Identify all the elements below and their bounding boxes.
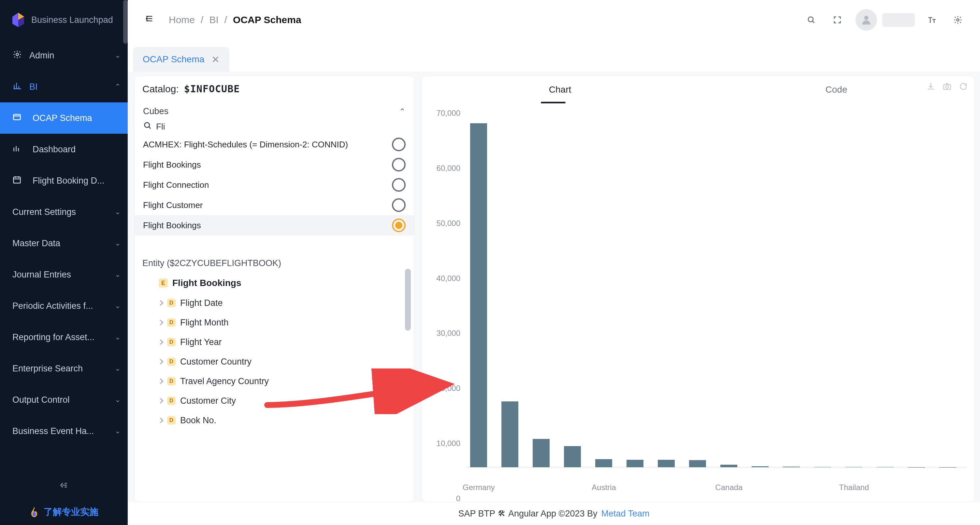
menu-toggle-icon[interactable]: [145, 14, 154, 26]
entity-header: Entity ($2CZYCUBEFLIGHTBOOK): [142, 258, 411, 268]
tree-dimension[interactable]: DCustomer City: [142, 391, 411, 410]
sidebar-item-journal-entries[interactable]: Journal Entries ⌄: [0, 259, 128, 290]
cube-search-input[interactable]: [156, 121, 254, 132]
bar-chart-icon: [13, 144, 22, 155]
download-icon[interactable]: [926, 82, 935, 93]
sidebar-item-bi[interactable]: BI ⌃: [0, 71, 128, 102]
chart-code-tabs: Chart Code: [422, 76, 974, 104]
sidebar-item-periodic-activities[interactable]: Periodic Activities f... ⌄: [0, 290, 128, 322]
cube-item[interactable]: Flight Customer: [135, 195, 414, 215]
chart-bar[interactable]: [658, 460, 675, 467]
svg-rect-1: [14, 115, 21, 120]
close-icon[interactable]: ✕: [212, 54, 220, 65]
scrollbar-thumb[interactable]: [405, 269, 411, 331]
cubes-section-header[interactable]: Cubes ⌃: [135, 99, 414, 120]
sidebar-item-reporting-asset[interactable]: Reporting for Asset... ⌄: [0, 322, 128, 353]
cube-item-label: Flight Bookings: [143, 160, 201, 170]
tab-chart[interactable]: Chart: [422, 85, 698, 95]
workspace-tabstrip: OCAP Schema ✕: [128, 40, 980, 72]
text-size-button[interactable]: [923, 11, 941, 29]
refresh-icon[interactable]: [959, 82, 968, 93]
brand-name: Business Launchpad: [31, 15, 113, 25]
radio-icon[interactable]: [392, 137, 406, 151]
chart-bar[interactable]: [752, 466, 769, 467]
chevron-up-icon: ⌃: [115, 83, 121, 91]
main-area: Home / BI / OCAP Schema: [128, 0, 980, 525]
entity-section: Entity ($2CZYCUBEFLIGHTBOOK) E Flight Bo…: [135, 258, 414, 500]
sidebar-bottom-link[interactable]: 了解专业实施: [0, 499, 128, 525]
sidebar-item-business-event[interactable]: Business Event Ha... ⌄: [0, 415, 128, 447]
chart-bar[interactable]: [783, 467, 800, 467]
caret-right-icon: [158, 418, 164, 423]
chevron-down-icon: ⌄: [115, 396, 121, 404]
cube-item[interactable]: ACMHEX: Flight-Schedules (= Dimension-2:…: [135, 134, 414, 155]
cube-item-label: Flight Customer: [143, 200, 203, 210]
workspace-tab-ocap-schema[interactable]: OCAP Schema ✕: [133, 47, 229, 72]
crumb-home[interactable]: Home: [169, 14, 195, 26]
sidebar-item-current-settings[interactable]: Current Settings ⌄: [0, 196, 128, 228]
tree-dimension[interactable]: DCustomer Country: [142, 352, 411, 372]
catalog-label: Catalog:: [142, 83, 179, 94]
sidebar-item-flight-booking[interactable]: Flight Booking D...: [0, 165, 128, 196]
chevron-down-icon: ⌄: [115, 302, 121, 310]
svg-point-6: [145, 123, 150, 128]
tree-root-flight-bookings[interactable]: E Flight Bookings: [142, 273, 411, 293]
schema-panel: Catalog: $INFOCUBE Cubes ⌃ ACMHEX: Fligh…: [134, 76, 414, 502]
radio-icon[interactable]: [392, 158, 406, 172]
chevron-down-icon: ⌄: [115, 364, 121, 373]
cube-item[interactable]: Flight Bookings: [135, 215, 414, 235]
sidebar-item-master-data[interactable]: Master Data ⌄: [0, 228, 128, 259]
footer-link-metad[interactable]: Metad Team: [601, 509, 650, 519]
footer: SAP BTP 🛠 Angular App ©2023 By Metad Tea…: [128, 502, 980, 525]
search-button[interactable]: [802, 11, 820, 29]
tree-dimension[interactable]: DBook No.: [142, 410, 411, 430]
chevron-down-icon: ⌄: [115, 427, 121, 435]
crumb-bi[interactable]: BI: [209, 14, 218, 26]
dimension-badge-icon: D: [167, 377, 176, 385]
camera-icon[interactable]: [943, 82, 951, 93]
cube-item-label: ACMHEX: Flight-Schedules (= Dimension-2:…: [143, 140, 348, 150]
topbar: Home / BI / OCAP Schema: [128, 0, 980, 40]
avatar[interactable]: [856, 9, 877, 31]
scrollbar-thumb[interactable]: [123, 0, 128, 44]
chart-bar[interactable]: [501, 401, 519, 467]
sidebar-item-admin[interactable]: Admin ⌄: [0, 40, 128, 71]
cube-item-label: Flight Connection: [143, 180, 209, 190]
radio-icon[interactable]: [392, 178, 406, 192]
settings-button[interactable]: [949, 11, 967, 29]
chart-bar[interactable]: [720, 465, 738, 467]
user-name-pill[interactable]: [882, 13, 915, 27]
svg-point-0: [16, 53, 18, 56]
chart-bar[interactable]: [689, 460, 706, 467]
sidebar-collapse-button[interactable]: [0, 472, 128, 499]
tree-dimension[interactable]: DFlight Date: [142, 293, 411, 313]
caret-right-icon: [158, 398, 164, 404]
sidebar-item-output-control[interactable]: Output Control ⌄: [0, 384, 128, 415]
fullscreen-button[interactable]: [828, 11, 846, 29]
tree-dimension-label: Travel Agency Country: [180, 376, 269, 386]
sidebar-item-ocap-schema[interactable]: OCAP Schema: [0, 102, 128, 134]
cube-search-row: [135, 120, 414, 134]
cube-item[interactable]: Flight Bookings: [135, 155, 414, 175]
x-tick-label: Austria: [592, 483, 616, 492]
chart-bar[interactable]: [533, 439, 550, 467]
cube-item[interactable]: Flight Connection: [135, 175, 414, 195]
caret-right-icon: [158, 359, 164, 365]
chart-bar[interactable]: [564, 446, 581, 467]
chart-y-axis: 010,00020,00030,00040,00050,00060,00070,…: [432, 113, 464, 499]
chevron-down-icon: ⌄: [115, 333, 121, 341]
tree-dimension[interactable]: DFlight Month: [142, 313, 411, 332]
chart-bar[interactable]: [470, 123, 487, 467]
radio-icon[interactable]: [392, 198, 406, 212]
sidebar-item-dashboard[interactable]: Dashboard: [0, 134, 128, 165]
chart-bar[interactable]: [595, 459, 612, 467]
tree-dimension[interactable]: DTravel Agency Country: [142, 372, 411, 391]
radio-icon[interactable]: [392, 219, 406, 232]
sidebar-item-enterprise-search[interactable]: Enterprise Search ⌄: [0, 353, 128, 384]
catalog-value[interactable]: $INFOCUBE: [184, 83, 240, 94]
x-tick-label: Canada: [715, 483, 743, 492]
tree-dimension[interactable]: DFlight Year: [142, 332, 411, 352]
chart-area: 010,00020,00030,00040,00050,00060,00070,…: [422, 104, 974, 502]
chevron-down-icon: ⌄: [115, 51, 121, 60]
chart-bar[interactable]: [627, 460, 644, 467]
